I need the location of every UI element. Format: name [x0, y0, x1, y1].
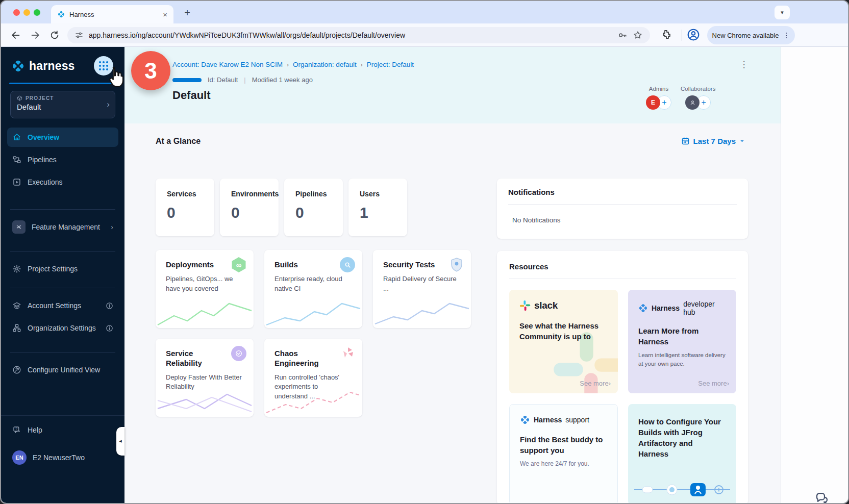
sidebar-item-pipelines[interactable]: Pipelines	[7, 150, 118, 169]
support-chat-icon[interactable]	[814, 492, 830, 504]
back-icon[interactable]	[10, 30, 21, 41]
password-key-icon[interactable]	[617, 30, 628, 40]
home-icon	[12, 133, 21, 142]
collaborator-avatar[interactable]	[685, 95, 700, 110]
brand-suffix: developer hub	[683, 300, 726, 316]
admins-label: Admins	[649, 86, 668, 92]
sidebar-item-executions[interactable]: Executions	[7, 172, 118, 192]
pipelines-icon	[12, 155, 21, 164]
close-window-button[interactable]	[13, 9, 20, 16]
stat-card-environments[interactable]: Environments 0	[220, 179, 279, 236]
chrome-menu-icon[interactable]: ⋮	[783, 31, 790, 39]
sidebar-item-overview[interactable]: Overview	[7, 128, 118, 147]
sidebar-item-organization-settings[interactable]: Organization Settings	[7, 318, 118, 338]
stat-card-pipelines[interactable]: Pipelines 0	[284, 179, 343, 236]
chevron-right-icon: ›	[111, 223, 113, 231]
resource-card-support[interactable]: Harness support Find the Best buddy to s…	[509, 404, 618, 504]
trend-sparkline	[156, 296, 254, 328]
info-icon[interactable]	[106, 324, 113, 332]
builds-icon	[340, 257, 355, 272]
breadcrumb-separator: ›	[361, 61, 363, 68]
module-card-deployments[interactable]: ∞ Deployments Pipelines, GitOps... we ha…	[156, 250, 254, 328]
reload-icon[interactable]	[49, 30, 60, 41]
time-range-picker[interactable]: Last 7 Days	[681, 137, 745, 145]
stat-card-services[interactable]: Services 0	[156, 179, 214, 236]
tab-search-chevron-icon[interactable]: ▾	[775, 6, 790, 19]
sidebar-item-label: Feature Management	[32, 223, 100, 231]
page-right-gutter	[781, 47, 849, 503]
site-info-icon[interactable]	[74, 31, 84, 40]
tab-close-icon[interactable]: ×	[163, 10, 167, 19]
bookmark-star-icon[interactable]	[633, 30, 643, 40]
resource-card-jfrog[interactable]: How to Configure Your Builds with JFrog …	[628, 404, 736, 504]
stat-value: 0	[167, 204, 214, 221]
info-icon[interactable]	[106, 302, 113, 310]
trend-sparkline	[264, 296, 362, 328]
maximize-window-button[interactable]	[34, 9, 40, 16]
browser-titlebar: Harness × + ▾	[1, 1, 848, 23]
see-more-link[interactable]: See more›	[698, 380, 729, 387]
browser-tab[interactable]: Harness ×	[51, 5, 173, 23]
sidebar-collapse-handle[interactable]: ◀	[116, 427, 124, 456]
security-tests-icon	[450, 257, 464, 274]
url-bar[interactable]: app.harness.io/ng/account/YWdkwNPiTceDUK…	[67, 27, 650, 43]
sidebar-divider	[10, 209, 115, 210]
harness-favicon	[57, 10, 65, 18]
project-selector-value: Default	[17, 103, 109, 111]
hand-cursor	[105, 66, 125, 89]
breadcrumb-separator: ›	[287, 61, 289, 68]
breadcrumb-account-link[interactable]: Account: Dave Karow E2 Non SCIM	[172, 61, 283, 68]
harness-logo-icon	[638, 303, 648, 313]
service-reliability-icon	[231, 346, 246, 361]
sidebar-divider	[10, 251, 115, 251]
module-card-service-reliability[interactable]: Service Reliability Deploy Faster With B…	[156, 339, 254, 417]
url-text[interactable]: app.harness.io/ng/account/YWdkwNPiTceDUK…	[89, 31, 612, 39]
profile-icon[interactable]	[687, 28, 700, 41]
user-menu[interactable]: EN E2 NewuserTwo	[7, 448, 118, 467]
sidebar-item-project-settings[interactable]: Project Settings	[7, 259, 118, 279]
module-card-chaos-engineering[interactable]: Chaos Engineering Run controlled 'chaos'…	[264, 339, 362, 417]
collapse-icon: ◀	[119, 439, 121, 443]
see-more-link[interactable]: See more›	[580, 380, 611, 387]
admin-avatar[interactable]: E	[646, 95, 660, 110]
svg-text:?: ?	[15, 427, 17, 431]
at-a-glance-heading: At a Glance	[156, 137, 201, 146]
resource-title: Learn More from Harness	[638, 325, 715, 347]
notifications-title: Notifications	[508, 188, 555, 196]
project-options-kebab-icon[interactable]: ⋮	[739, 59, 748, 69]
resource-card-slack[interactable]: slack See what the Harness Community is …	[509, 290, 618, 393]
user-avatar: EN	[12, 450, 27, 465]
sidebar-item-help[interactable]: ? Help	[7, 420, 118, 440]
new-tab-button[interactable]: +	[181, 7, 194, 19]
sidebar-item-account-settings[interactable]: Account Settings	[7, 296, 118, 315]
breadcrumb-project-link[interactable]: Project: Default	[367, 61, 414, 68]
extensions-icon[interactable]	[660, 29, 672, 41]
person-icon	[689, 99, 696, 106]
stat-card-users[interactable]: Users 1	[348, 179, 407, 236]
forward-icon[interactable]	[30, 30, 41, 41]
brand-name: harness	[29, 59, 75, 73]
project-selector[interactable]: PROJECT Default ›	[10, 91, 115, 118]
chrome-update-button[interactable]: New Chrome available ⋮	[707, 26, 795, 44]
harness-logo-icon	[11, 59, 25, 73]
harness-logo[interactable]: harness	[11, 59, 75, 73]
project-meta-row: Id: Default | Modified 1 week ago	[172, 76, 313, 84]
breadcrumb-organization-link[interactable]: Organization: default	[293, 61, 357, 68]
module-card-builds[interactable]: Builds Enterprise ready, cloud native CI	[264, 250, 362, 328]
sidebar-item-label: Configure Unified View	[28, 366, 100, 374]
sidebar-item-feature-management[interactable]: Feature Management ›	[7, 217, 118, 237]
overview-content: At a Glance Last 7 Days Services 0	[124, 123, 781, 503]
chrome-update-label: New Chrome available	[712, 32, 779, 39]
sidebar-item-label: Account Settings	[28, 301, 81, 310]
pipeline-diagram	[633, 481, 731, 498]
sidebar-item-configure-unified-view[interactable]: Configure Unified View	[7, 360, 118, 380]
stat-label: Pipelines	[295, 190, 343, 198]
resource-card-developer-hub[interactable]: Harness developer hub Learn More from Ha…	[628, 290, 736, 393]
stat-value: 1	[360, 204, 407, 221]
stat-value: 0	[295, 204, 343, 221]
minimize-window-button[interactable]	[23, 9, 30, 16]
breadcrumb: Account: Dave Karow E2 Non SCIM › Organi…	[172, 61, 414, 68]
sidebar-item-label: Pipelines	[28, 156, 57, 164]
module-card-security-tests[interactable]: Security Tests Rapid Delivery of Secure …	[373, 250, 471, 328]
module-desc: Run controlled 'chaos' experiments to un…	[274, 373, 352, 402]
